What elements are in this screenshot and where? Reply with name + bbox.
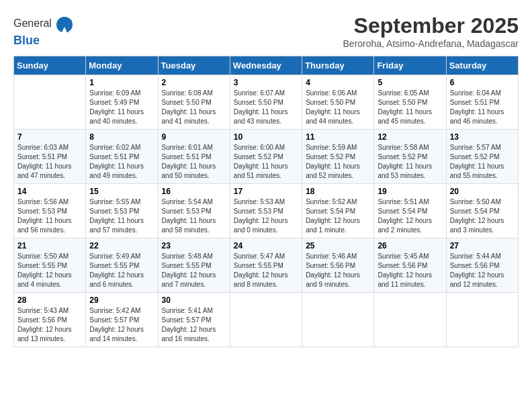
day-number: 28: [17, 295, 82, 305]
calendar-cell: 30Sunrise: 5:41 AM Sunset: 5:57 PM Dayli…: [158, 293, 230, 347]
day-number: 13: [450, 132, 515, 142]
day-number: 9: [162, 132, 226, 142]
day-number: 5: [378, 78, 442, 87]
cell-details: Sunrise: 6:04 AM Sunset: 5:51 PM Dayligh…: [450, 89, 515, 126]
cell-details: Sunrise: 5:53 AM Sunset: 5:53 PM Dayligh…: [234, 197, 298, 235]
calendar-cell: 28Sunrise: 5:43 AM Sunset: 5:56 PM Dayli…: [14, 293, 86, 347]
cell-details: Sunrise: 5:45 AM Sunset: 5:56 PM Dayligh…: [378, 252, 442, 289]
cell-details: Sunrise: 6:01 AM Sunset: 5:51 PM Dayligh…: [162, 143, 226, 181]
calendar-cell: [230, 293, 302, 347]
calendar-cell: 14Sunrise: 5:56 AM Sunset: 5:53 PM Dayli…: [14, 184, 86, 238]
header-sunday: Sunday: [14, 56, 86, 75]
cell-details: Sunrise: 6:07 AM Sunset: 5:50 PM Dayligh…: [234, 89, 298, 126]
day-number: 6: [450, 78, 515, 87]
calendar-cell: 26Sunrise: 5:45 AM Sunset: 5:56 PM Dayli…: [374, 238, 446, 293]
day-number: 10: [234, 132, 298, 142]
week-row-0: 1Sunrise: 6:09 AM Sunset: 5:49 PM Daylig…: [14, 75, 519, 130]
cell-details: Sunrise: 6:02 AM Sunset: 5:51 PM Dayligh…: [89, 143, 154, 181]
header-friday: Friday: [374, 56, 446, 75]
day-number: 19: [378, 187, 442, 196]
logo-icon: [54, 13, 75, 34]
calendar-header-row: SundayMondayTuesdayWednesdayThursdayFrid…: [14, 56, 519, 75]
calendar-cell: 4Sunrise: 6:06 AM Sunset: 5:50 PM Daylig…: [302, 75, 374, 130]
day-number: 8: [89, 132, 154, 142]
calendar-cell: 10Sunrise: 6:00 AM Sunset: 5:52 PM Dayli…: [230, 130, 302, 184]
week-row-2: 14Sunrise: 5:56 AM Sunset: 5:53 PM Dayli…: [14, 184, 519, 238]
cell-details: Sunrise: 5:51 AM Sunset: 5:54 PM Dayligh…: [378, 197, 442, 235]
calendar-cell: 6Sunrise: 6:04 AM Sunset: 5:51 PM Daylig…: [446, 75, 518, 130]
day-number: 30: [162, 295, 226, 305]
logo-blue-text: Blue: [13, 34, 40, 47]
logo: General Blue: [13, 13, 75, 48]
calendar-cell: 7Sunrise: 6:03 AM Sunset: 5:51 PM Daylig…: [14, 130, 86, 184]
calendar-cell: 13Sunrise: 5:57 AM Sunset: 5:52 PM Dayli…: [446, 130, 518, 184]
calendar-cell: 20Sunrise: 5:50 AM Sunset: 5:54 PM Dayli…: [446, 184, 518, 238]
calendar-cell: 1Sunrise: 6:09 AM Sunset: 5:49 PM Daylig…: [86, 75, 158, 130]
title-block: September 2025 Beroroha, Atsimo-Andrefan…: [343, 13, 519, 49]
day-number: 18: [306, 187, 370, 196]
page-header: General Blue September 2025 Beroroha, At…: [13, 13, 519, 49]
calendar-cell: 24Sunrise: 5:47 AM Sunset: 5:55 PM Dayli…: [230, 238, 302, 293]
calendar-cell: 22Sunrise: 5:49 AM Sunset: 5:55 PM Dayli…: [86, 238, 158, 293]
calendar-cell: [302, 293, 374, 347]
calendar-cell: [374, 293, 446, 347]
calendar-cell: 8Sunrise: 6:02 AM Sunset: 5:51 PM Daylig…: [86, 130, 158, 184]
cell-details: Sunrise: 5:59 AM Sunset: 5:52 PM Dayligh…: [306, 143, 370, 181]
header-thursday: Thursday: [302, 56, 374, 75]
cell-details: Sunrise: 6:06 AM Sunset: 5:50 PM Dayligh…: [306, 89, 370, 126]
cell-details: Sunrise: 6:03 AM Sunset: 5:51 PM Dayligh…: [17, 143, 82, 181]
day-number: 12: [378, 132, 442, 142]
calendar-cell: 2Sunrise: 6:08 AM Sunset: 5:50 PM Daylig…: [158, 75, 230, 130]
cell-details: Sunrise: 5:56 AM Sunset: 5:53 PM Dayligh…: [17, 197, 82, 235]
week-row-4: 28Sunrise: 5:43 AM Sunset: 5:56 PM Dayli…: [14, 293, 519, 347]
calendar-cell: 9Sunrise: 6:01 AM Sunset: 5:51 PM Daylig…: [158, 130, 230, 184]
calendar-table: SundayMondayTuesdayWednesdayThursdayFrid…: [13, 56, 519, 347]
header-wednesday: Wednesday: [230, 56, 302, 75]
header-tuesday: Tuesday: [158, 56, 230, 75]
calendar-cell: 3Sunrise: 6:07 AM Sunset: 5:50 PM Daylig…: [230, 75, 302, 130]
day-number: 29: [89, 295, 154, 305]
day-number: 17: [234, 187, 298, 196]
week-row-3: 21Sunrise: 5:50 AM Sunset: 5:55 PM Dayli…: [14, 238, 519, 293]
cell-details: Sunrise: 6:05 AM Sunset: 5:50 PM Dayligh…: [378, 89, 442, 126]
calendar-cell: 23Sunrise: 5:48 AM Sunset: 5:55 PM Dayli…: [158, 238, 230, 293]
day-number: 11: [306, 132, 370, 142]
day-number: 24: [234, 241, 298, 250]
week-row-1: 7Sunrise: 6:03 AM Sunset: 5:51 PM Daylig…: [14, 130, 519, 184]
calendar-cell: 18Sunrise: 5:52 AM Sunset: 5:54 PM Dayli…: [302, 184, 374, 238]
cell-details: Sunrise: 5:44 AM Sunset: 5:56 PM Dayligh…: [450, 252, 515, 289]
cell-details: Sunrise: 5:41 AM Sunset: 5:57 PM Dayligh…: [162, 306, 226, 344]
day-number: 21: [17, 241, 82, 250]
day-number: 4: [306, 78, 370, 87]
calendar-cell: 15Sunrise: 5:55 AM Sunset: 5:53 PM Dayli…: [86, 184, 158, 238]
cell-details: Sunrise: 6:00 AM Sunset: 5:52 PM Dayligh…: [234, 143, 298, 181]
cell-details: Sunrise: 5:52 AM Sunset: 5:54 PM Dayligh…: [306, 197, 370, 235]
day-number: 22: [89, 241, 154, 250]
day-number: 7: [17, 132, 82, 142]
cell-details: Sunrise: 5:50 AM Sunset: 5:54 PM Dayligh…: [450, 197, 515, 235]
day-number: 15: [89, 187, 154, 196]
cell-details: Sunrise: 5:42 AM Sunset: 5:57 PM Dayligh…: [89, 306, 154, 344]
calendar-cell: 17Sunrise: 5:53 AM Sunset: 5:53 PM Dayli…: [230, 184, 302, 238]
calendar-cell: 19Sunrise: 5:51 AM Sunset: 5:54 PM Dayli…: [374, 184, 446, 238]
header-saturday: Saturday: [446, 56, 518, 75]
cell-details: Sunrise: 5:48 AM Sunset: 5:55 PM Dayligh…: [162, 252, 226, 289]
month-title: September 2025: [343, 13, 519, 38]
calendar-body: 1Sunrise: 6:09 AM Sunset: 5:49 PM Daylig…: [14, 75, 519, 347]
cell-details: Sunrise: 5:57 AM Sunset: 5:52 PM Dayligh…: [450, 143, 515, 181]
day-number: 2: [162, 78, 226, 87]
logo-general-text: General: [13, 17, 52, 30]
day-number: 14: [17, 187, 82, 196]
day-number: 20: [450, 187, 515, 196]
cell-details: Sunrise: 5:54 AM Sunset: 5:53 PM Dayligh…: [162, 197, 226, 235]
calendar-cell: 5Sunrise: 6:05 AM Sunset: 5:50 PM Daylig…: [374, 75, 446, 130]
header-monday: Monday: [86, 56, 158, 75]
day-number: 25: [306, 241, 370, 250]
cell-details: Sunrise: 5:47 AM Sunset: 5:55 PM Dayligh…: [234, 252, 298, 289]
day-number: 27: [450, 241, 515, 250]
day-number: 3: [234, 78, 298, 87]
cell-details: Sunrise: 6:08 AM Sunset: 5:50 PM Dayligh…: [162, 89, 226, 126]
cell-details: Sunrise: 5:46 AM Sunset: 5:56 PM Dayligh…: [306, 252, 370, 289]
calendar-cell: 25Sunrise: 5:46 AM Sunset: 5:56 PM Dayli…: [302, 238, 374, 293]
cell-details: Sunrise: 5:55 AM Sunset: 5:53 PM Dayligh…: [89, 197, 154, 235]
